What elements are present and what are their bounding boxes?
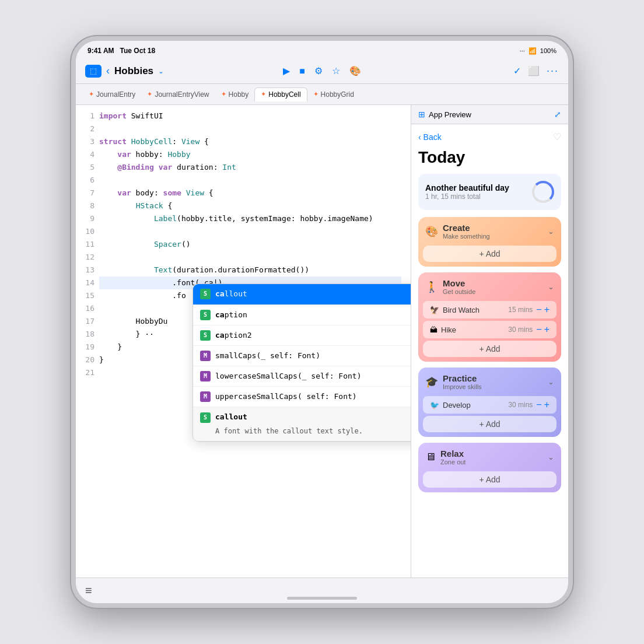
category-header-create: 🎨 Create Make something ⌄ — [418, 217, 561, 246]
code-line-8: HStack { — [99, 200, 401, 212]
move-sub: Get outside — [443, 288, 475, 295]
more-button[interactable]: ··· — [547, 65, 559, 77]
move-title: Move — [443, 278, 475, 288]
category-header-practice: 🎓 Practice Improve skills ⌄ — [418, 368, 561, 396]
ac-badge-m: M — [200, 351, 211, 361]
tab-hobby[interactable]: ✦ Hobby — [215, 88, 255, 101]
category-left-move: 🚶 Move Get outside — [425, 278, 475, 295]
home-indicator — [287, 597, 357, 600]
birdwatch-stepper[interactable]: − + — [536, 304, 550, 315]
create-title: Create — [443, 223, 490, 233]
toolbar-left: ⬚ ‹ Hobbies ⌄ — [85, 65, 277, 78]
create-add-button[interactable]: + Add — [423, 246, 556, 262]
project-chevron-icon: ⌄ — [158, 67, 164, 75]
develop-stepper[interactable]: − + — [536, 400, 550, 410]
category-left-practice: 🎓 Practice Improve skills — [425, 373, 482, 390]
practice-sub: Improve skills — [443, 383, 482, 390]
ipad-screen: 9:41 AM Tue Oct 18 ··· 📶 100% ⬚ ‹ Hobbie… — [76, 41, 568, 603]
window-button[interactable]: ⬜ — [528, 65, 540, 76]
autocomplete-item-caption[interactable]: S caption — [193, 305, 411, 326]
move-add-button[interactable]: + Add — [423, 341, 556, 357]
tab-journalentryview[interactable]: ✦ JournalEntryView — [141, 88, 215, 101]
code-line-2 — [99, 123, 401, 135]
tab-hobbycell[interactable]: ✦ HobbyCell — [254, 88, 307, 102]
develop-icon: 🐦 — [430, 401, 439, 410]
wifi-icon: 📶 — [528, 47, 537, 55]
autocomplete-dropdown[interactable]: S callout ↩ S caption — [192, 284, 411, 442]
stop-button[interactable]: ■ — [299, 66, 305, 76]
code-line-12 — [99, 251, 401, 264]
code-content: 12345 678910 1112131415 1617181920 21 im… — [76, 105, 411, 384]
practice-icon: 🎓 — [425, 376, 438, 388]
category-left-create: 🎨 Create Make something — [425, 223, 490, 240]
swift-icon: ✦ — [147, 90, 152, 98]
preview-heart-button[interactable]: ♡ — [553, 131, 561, 142]
code-line-6 — [99, 174, 401, 187]
today-card: Another beautiful day 1 hr, 15 mins tota… — [418, 174, 561, 210]
move-chevron-icon[interactable]: ⌄ — [548, 282, 554, 291]
ac-badge-m: M — [200, 391, 211, 402]
check-button[interactable]: ✓ — [513, 65, 521, 76]
autocomplete-item-caption2[interactable]: S caption2 — [193, 326, 411, 346]
relax-chevron-icon[interactable]: ⌄ — [548, 453, 554, 461]
relax-add-button[interactable]: + Add — [423, 471, 556, 488]
develop-duration: 30 mins — [508, 401, 533, 409]
run-button[interactable]: ▶ — [283, 65, 290, 76]
ac-name-lowercase: lowercaseSmallCaps(_ self: Font) — [215, 370, 411, 383]
create-chevron-icon[interactable]: ⌄ — [548, 227, 554, 236]
star-button[interactable]: ☆ — [332, 65, 340, 76]
theme-button[interactable]: 🎨 — [349, 65, 361, 76]
category-section-relax: 🖥 Relax Zone out ⌄ + Add — [418, 443, 561, 492]
hike-increment[interactable]: + — [544, 324, 550, 335]
preview-back-button[interactable]: ‹ Back — [418, 132, 442, 142]
relax-sub: Zone out — [440, 459, 466, 466]
develop-decrement[interactable]: − — [536, 400, 541, 410]
sidebar-toggle-button[interactable]: ⬚ — [85, 65, 102, 78]
ac-badge-s: S — [200, 289, 211, 299]
practice-add-button[interactable]: + Add — [423, 416, 556, 432]
swift-icon: ✦ — [313, 90, 318, 98]
card-title: Another beautiful day — [425, 183, 509, 192]
ac-badge-tooltip: S — [200, 412, 211, 423]
autocomplete-item-lowercase[interactable]: M lowercaseSmallCaps(_ self: Font) — [193, 366, 411, 387]
relax-title: Relax — [440, 449, 466, 459]
habit-row-hike: 🏔 Hike 30 mins − + — [423, 321, 556, 338]
develop-increment[interactable]: + — [544, 400, 550, 410]
autocomplete-tooltip: S callout A font with the callout text s… — [193, 407, 411, 441]
birdwatch-increment[interactable]: + — [544, 304, 550, 315]
autocomplete-item-uppercase[interactable]: M uppercaseSmallCaps( self: Font) — [193, 387, 411, 407]
ac-name-caption2: caption2 — [215, 329, 411, 342]
file-tabs: ✦ JournalEntry ✦ JournalEntryView ✦ Hobb… — [76, 84, 568, 105]
prev-nav: ‹ Back ♡ — [418, 131, 561, 142]
hike-decrement[interactable]: − — [536, 324, 541, 335]
code-line-13: Text(duration.durationFormatted()) — [99, 264, 401, 276]
tab-hobbygrid[interactable]: ✦ HobbyGrid — [307, 88, 360, 101]
back-button[interactable]: ‹ — [106, 65, 110, 77]
file-navigator-button[interactable]: ≡ — [85, 584, 92, 597]
create-sub: Make something — [443, 233, 490, 240]
hike-stepper[interactable]: − + — [536, 324, 550, 335]
code-line-7: var body: some View { — [99, 187, 401, 200]
preview-header: ⊞ App Preview ⤢ — [411, 105, 568, 124]
birdwatch-decrement[interactable]: − — [536, 304, 541, 315]
habit-row-develop: 🐦 Develop 30 mins − + — [423, 396, 556, 414]
progress-ring — [532, 181, 554, 203]
code-editor[interactable]: 12345 678910 1112131415 1617181920 21 im… — [76, 105, 411, 578]
hike-icon: 🏔 — [430, 326, 438, 334]
filter-button[interactable]: ⚙ — [314, 65, 323, 76]
tab-journalentry[interactable]: ✦ JournalEntry — [83, 88, 141, 101]
preview-corner-button[interactable]: ⤢ — [554, 110, 561, 119]
autocomplete-item-smallcaps[interactable]: M smallCaps(_ self: Font) — [193, 346, 411, 366]
swift-icon: ✦ — [89, 90, 94, 98]
practice-title: Practice — [443, 373, 482, 383]
preview-content[interactable]: ‹ Back ♡ Today Another beautiful day 1 h… — [411, 124, 568, 578]
practice-chevron-icon[interactable]: ⌄ — [548, 377, 554, 386]
ac-name: callout — [215, 288, 411, 300]
tooltip-name: callout — [215, 411, 247, 424]
code-line-11: Spacer() — [99, 238, 401, 251]
ac-text: callout — [215, 288, 411, 300]
autocomplete-item-callout-selected[interactable]: S callout ↩ — [193, 284, 411, 305]
code-line-5: @Binding var duration: Int — [99, 161, 401, 174]
birdwatch-duration: 15 mins — [508, 306, 533, 314]
category-header-relax: 🖥 Relax Zone out ⌄ — [418, 443, 561, 471]
